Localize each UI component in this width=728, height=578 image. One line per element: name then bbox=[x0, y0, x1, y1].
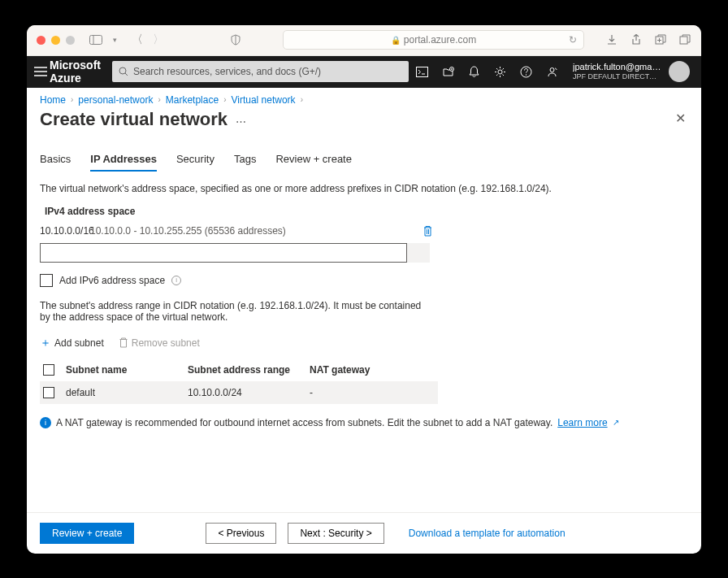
svg-point-4 bbox=[119, 67, 126, 74]
new-tab-icon[interactable] bbox=[654, 33, 667, 46]
azure-header: Microsoft Azure Search resources, servic… bbox=[27, 56, 701, 88]
nat-gateway-info: A NAT gateway is recommended for outboun… bbox=[56, 417, 552, 428]
subnet-description: The subnet's address range in CIDR notat… bbox=[40, 300, 430, 323]
settings-icon[interactable] bbox=[487, 56, 513, 88]
svg-rect-0 bbox=[90, 36, 102, 45]
tabs-icon[interactable] bbox=[678, 33, 691, 46]
search-placeholder: Search resources, services, and docs (G+… bbox=[133, 66, 321, 77]
remove-subnet-button[interactable]: Remove subnet bbox=[119, 337, 200, 349]
maximize-window-button[interactable] bbox=[66, 36, 75, 45]
external-link-icon: ↗ bbox=[613, 418, 619, 427]
breadcrumb-personal-network[interactable]: personal-network bbox=[78, 94, 153, 106]
breadcrumb: Home › personal-network › Marketplace › … bbox=[40, 94, 688, 106]
select-all-checkbox[interactable] bbox=[43, 364, 54, 376]
ipv4-address-input[interactable] bbox=[40, 243, 407, 263]
tab-security[interactable]: Security bbox=[176, 150, 214, 172]
url-bar[interactable]: 🔒 portal.azure.com ↻ bbox=[283, 30, 584, 50]
avatar bbox=[669, 61, 690, 82]
info-icon[interactable]: i bbox=[171, 276, 181, 285]
add-address-button[interactable] bbox=[407, 243, 430, 263]
subnet-table-row[interactable]: default 10.10.0.0/24 - bbox=[40, 381, 438, 404]
previous-button[interactable]: < Previous bbox=[206, 523, 276, 544]
svg-rect-6 bbox=[416, 67, 427, 76]
help-icon[interactable] bbox=[513, 56, 539, 88]
download-icon[interactable] bbox=[605, 33, 618, 46]
ipv4-section-label: IPv4 address space bbox=[40, 206, 688, 217]
chevron-down-icon[interactable]: ▾ bbox=[110, 33, 119, 46]
more-actions-button[interactable]: ⋯ bbox=[236, 115, 246, 128]
next-button[interactable]: Next : Security > bbox=[288, 523, 384, 544]
user-directory: JPF DEFAULT DIRECTORY (JPATR... bbox=[573, 72, 662, 81]
tab-review-create[interactable]: Review + create bbox=[275, 150, 352, 172]
svg-point-11 bbox=[550, 67, 554, 72]
svg-point-8 bbox=[498, 70, 502, 74]
notifications-icon[interactable] bbox=[461, 56, 487, 88]
page-title: Create virtual network bbox=[40, 109, 228, 130]
plus-icon: ＋ bbox=[40, 336, 51, 350]
browser-titlebar: ▾ 〈 〉 🔒 portal.azure.com ↻ bbox=[27, 25, 701, 56]
ipv4-range-value: 10.10.0.0 - 10.10.255.255 (65536 address… bbox=[90, 225, 418, 237]
chevron-right-icon: › bbox=[301, 95, 303, 104]
review-create-button[interactable]: Review + create bbox=[40, 523, 134, 544]
subnet-range-value: 10.10.0.0/24 bbox=[188, 387, 310, 398]
tab-ip-addresses[interactable]: IP Addresses bbox=[90, 150, 157, 172]
forward-button[interactable]: 〉 bbox=[153, 33, 164, 47]
close-window-button[interactable] bbox=[37, 36, 46, 45]
svg-point-10 bbox=[525, 74, 526, 75]
svg-line-5 bbox=[125, 73, 128, 76]
minimize-window-button[interactable] bbox=[51, 36, 60, 45]
back-button[interactable]: 〈 bbox=[132, 33, 143, 47]
breadcrumb-marketplace[interactable]: Marketplace bbox=[166, 94, 219, 106]
close-blade-button[interactable]: ✕ bbox=[672, 111, 688, 127]
address-space-description: The virtual network's address space, spe… bbox=[40, 183, 688, 194]
search-icon bbox=[119, 67, 128, 76]
cloud-shell-icon[interactable] bbox=[409, 56, 435, 88]
delete-address-button[interactable] bbox=[418, 225, 438, 237]
user-account-menu[interactable]: jpatrick.fulton@gmail.c... JPF DEFAULT D… bbox=[565, 61, 695, 82]
col-nat-gateway: NAT gateway bbox=[310, 364, 435, 376]
user-email: jpatrick.fulton@gmail.c... bbox=[573, 62, 662, 72]
trash-icon bbox=[119, 337, 128, 348]
info-icon: i bbox=[40, 417, 51, 428]
subnet-name-value: default bbox=[66, 387, 188, 398]
add-subnet-button[interactable]: ＋ Add subnet bbox=[40, 336, 104, 350]
learn-more-link[interactable]: Learn more bbox=[557, 417, 607, 428]
azure-search-input[interactable]: Search resources, services, and docs (G+… bbox=[112, 61, 409, 82]
chevron-right-icon: › bbox=[158, 95, 160, 104]
row-checkbox[interactable] bbox=[43, 387, 54, 398]
chevron-right-icon: › bbox=[223, 95, 226, 104]
chevron-right-icon: › bbox=[71, 95, 73, 104]
breadcrumb-virtual-network[interactable]: Virtual network bbox=[231, 94, 295, 106]
ipv4-address-row: 10.10.0.0/16 10.10.0.0 - 10.10.255.255 (… bbox=[40, 222, 438, 240]
tab-tags[interactable]: Tags bbox=[234, 150, 256, 172]
breadcrumb-home[interactable]: Home bbox=[40, 94, 66, 106]
tabs: Basics IP Addresses Security Tags Review… bbox=[40, 150, 688, 172]
subnet-table-header: Subnet name Subnet address range NAT gat… bbox=[40, 359, 438, 381]
hamburger-menu[interactable] bbox=[33, 56, 48, 88]
col-subnet-range: Subnet address range bbox=[188, 364, 310, 376]
url-host: portal.azure.com bbox=[404, 34, 476, 46]
ipv6-checkbox-label: Add IPv6 address space bbox=[59, 275, 165, 286]
sidebar-toggle-icon[interactable] bbox=[89, 33, 102, 46]
refresh-icon[interactable]: ↻ bbox=[569, 34, 577, 46]
subnet-nat-value: - bbox=[310, 387, 435, 398]
traffic-lights bbox=[37, 36, 75, 45]
col-subnet-name: Subnet name bbox=[66, 364, 188, 376]
lock-icon: 🔒 bbox=[391, 36, 401, 45]
directories-icon[interactable] bbox=[435, 56, 461, 88]
feedback-icon[interactable] bbox=[539, 56, 565, 88]
shield-icon[interactable] bbox=[229, 33, 242, 46]
azure-logo[interactable]: Microsoft Azure bbox=[50, 59, 101, 85]
footer: Review + create < Previous Next : Securi… bbox=[27, 512, 701, 554]
download-template-link[interactable]: Download a template for automation bbox=[409, 528, 566, 539]
svg-rect-3 bbox=[680, 37, 687, 44]
tab-basics[interactable]: Basics bbox=[40, 150, 71, 172]
ipv6-checkbox[interactable] bbox=[40, 274, 53, 287]
share-icon[interactable] bbox=[630, 33, 643, 46]
ipv4-cidr-value: 10.10.0.0/16 bbox=[40, 225, 90, 237]
